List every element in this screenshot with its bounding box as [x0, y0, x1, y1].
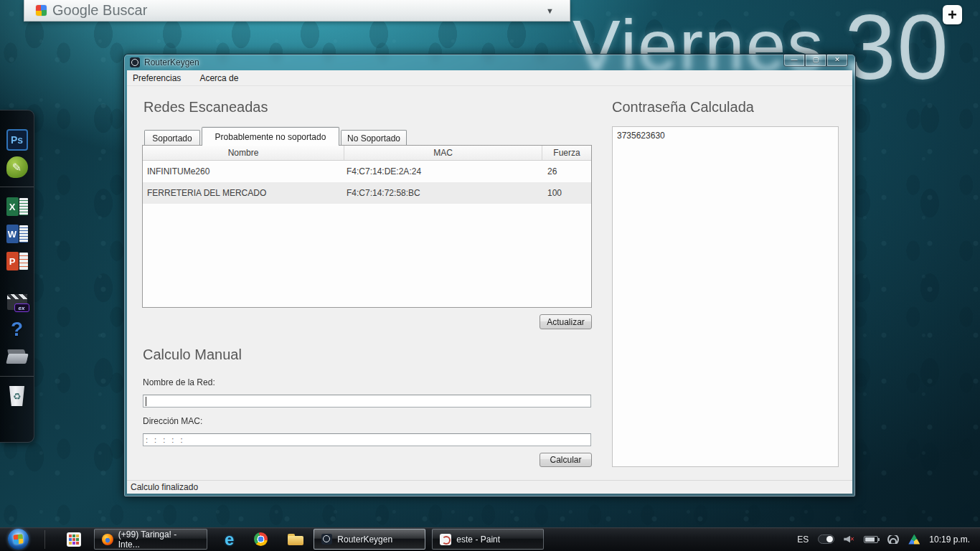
taskbar-button-label: RouterKeygen [337, 534, 392, 545]
dock-item-folder[interactable] [6, 345, 29, 368]
routerkeygen-window-icon [130, 57, 140, 67]
dock-item-photoshop[interactable]: Ps [6, 128, 29, 151]
scanned-networks-heading: Redes Escaneadas [143, 99, 268, 116]
clapperboard-icon: ex [7, 294, 27, 310]
open-folder-icon [7, 349, 27, 364]
taskbar-button-routerkeygen[interactable]: RouterKeygen [314, 529, 425, 550]
powerpoint-icon: P [6, 252, 28, 270]
dock-item-coreldraw[interactable]: ✎ [6, 156, 29, 179]
taskbar-button-label: (+99) Taringa! - Inte... [118, 529, 199, 550]
menu-bar: Preferencias Acerca de [127, 70, 852, 86]
column-header-fuerza[interactable]: Fuerza [542, 146, 591, 160]
status-bar: Calculo finalizado [127, 480, 852, 494]
taskbar-divider [44, 530, 45, 549]
day-number-text: 30 [844, 1, 949, 93]
coreldraw-icon: ✎ [6, 156, 28, 178]
paint-icon [440, 534, 451, 545]
grid-launcher-icon[interactable] [67, 532, 81, 547]
recycle-bin-icon: ♻ [9, 386, 26, 406]
networks-table: Nombre MAC Fuerza INFINITUMe260 F4:C7:14… [142, 145, 592, 308]
question-mark-icon: ? [11, 318, 23, 341]
table-row[interactable]: INFINITUMe260 F4:C7:14:DE:2A:24 26 [143, 161, 591, 182]
dock-item-powerpoint[interactable]: P [6, 250, 29, 273]
start-button[interactable] [8, 529, 29, 550]
dock-item-word[interactable]: W [6, 222, 29, 245]
excel-icon: X [6, 197, 28, 216]
routerkeygen-icon [321, 534, 332, 545]
google-drive-icon[interactable] [908, 534, 920, 545]
maximize-button[interactable]: ▢ [805, 55, 826, 67]
tab-probablemente-no-soportado[interactable]: Probablemente no soportado [202, 127, 339, 146]
dock-item-excel[interactable]: X [6, 195, 29, 218]
muted-speaker-icon[interactable] [844, 535, 854, 544]
clock[interactable]: 10:19 p.m. [929, 534, 970, 545]
status-text: Calculo finalizado [131, 482, 198, 492]
dock-divider [0, 187, 34, 187]
ex-badge: ex [14, 303, 29, 312]
toggle-icon[interactable] [818, 534, 834, 544]
photoshop-icon: Ps [6, 129, 28, 151]
network-name-input[interactable] [143, 395, 591, 408]
password-heading: Contraseña Calculada [612, 99, 754, 116]
mac-address-input[interactable]: : : : : : [143, 433, 591, 446]
close-button[interactable]: ✕ [826, 55, 848, 67]
battery-icon[interactable] [864, 536, 878, 543]
tab-no-soportado[interactable]: No Soportado [341, 130, 407, 146]
explorer-folder-icon[interactable] [288, 534, 303, 545]
wifi-icon[interactable] [887, 535, 899, 544]
window-client-area: Preferencias Acerca de Redes Escaneadas … [127, 70, 852, 494]
network-name-label: Nombre de la Red: [143, 377, 215, 387]
calcular-button[interactable]: Calcular [540, 453, 592, 467]
password-output-box[interactable]: 3735623630 [612, 126, 839, 467]
dock: Ps ✎ X W P ex ? ♻ [0, 110, 34, 443]
dock-item-video-editor[interactable]: ex [6, 291, 29, 314]
add-gadget-button[interactable]: + [943, 5, 962, 24]
window-title: RouterKeygen [144, 57, 199, 67]
text-caret [146, 397, 146, 406]
routerkeygen-window: RouterKeygen — ▢ ✕ Preferencias Acerca d… [123, 54, 856, 497]
dock-divider [0, 376, 34, 377]
taskbar-button-label: este - Paint [456, 534, 500, 545]
dock-item-recycle-bin[interactable]: ♻ [6, 385, 29, 408]
mac-address-label: Dirección MAC: [143, 416, 202, 426]
column-header-mac[interactable]: MAC [344, 146, 542, 160]
dock-item-help[interactable]: ? [6, 318, 29, 341]
taskbar-button-paint[interactable]: este - Paint [432, 529, 544, 550]
table-row[interactable]: FERRETERIA DEL MERCADO F4:C7:14:72:58:BC… [143, 182, 591, 204]
table-header: Nombre MAC Fuerza [143, 146, 591, 161]
internet-explorer-icon[interactable]: e [225, 529, 234, 550]
desktop-background: Viernes 30 + Google Buscar ▼ Ps ✎ X W P … [0, 0, 980, 551]
actualizar-button[interactable]: Actualizar [540, 314, 592, 329]
word-icon: W [6, 225, 28, 243]
menu-preferencias[interactable]: Preferencias [133, 73, 181, 83]
google-logo-icon [36, 5, 47, 16]
manual-calc-heading: Calculo Manual [143, 347, 242, 363]
firefox-icon [102, 534, 113, 545]
taskbar-button-firefox[interactable]: (+99) Taringa! - Inte... [94, 529, 207, 550]
chevron-down-icon[interactable]: ▼ [546, 6, 554, 15]
windows-logo-icon [13, 534, 23, 544]
chrome-icon[interactable] [254, 532, 268, 546]
language-indicator[interactable]: ES [797, 534, 809, 545]
menu-acerca-de[interactable]: Acerca de [199, 73, 238, 83]
system-tray: ES 10:19 p.m. [797, 534, 980, 545]
taskbar: (+99) Taringa! - Inte... e RouterKeygen … [0, 527, 980, 551]
window-titlebar[interactable]: RouterKeygen [124, 55, 855, 70]
minimize-button[interactable]: — [783, 55, 805, 67]
tab-soportado[interactable]: Soportado [144, 130, 200, 146]
google-search-label: Google Buscar [52, 2, 147, 19]
column-header-nombre[interactable]: Nombre [143, 146, 344, 160]
window-controls: — ▢ ✕ [783, 55, 848, 67]
google-search-gadget[interactable]: Google Buscar ▼ [24, 0, 570, 22]
